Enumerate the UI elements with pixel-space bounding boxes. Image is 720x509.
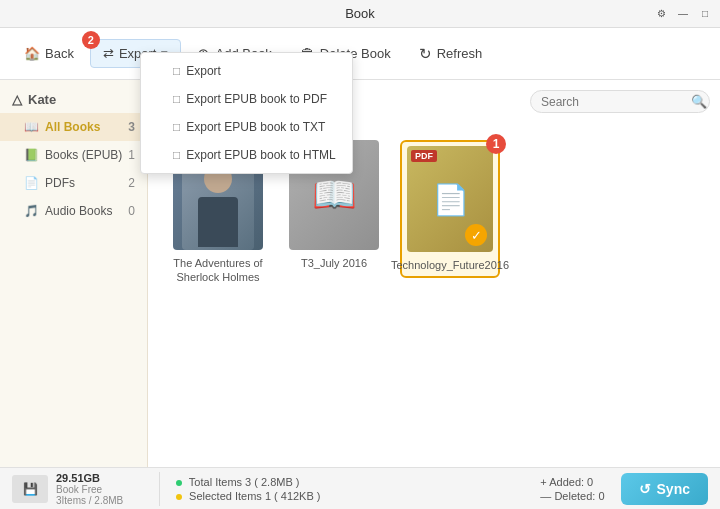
book-item-tech[interactable]: PDF 📄 ✓ Technology_Future2016 [400, 140, 500, 278]
pdf-icon: 📄 [24, 176, 39, 190]
total-items-dot [176, 480, 182, 486]
window-controls[interactable]: ⚙ — □ [654, 7, 712, 21]
export-menu-icon: □ [173, 64, 180, 78]
main-layout: △ Kate 📖 All Books 3 📗 Books (EPUB) 1 📄 … [0, 80, 720, 467]
epub-count: 1 [128, 148, 135, 162]
back-button[interactable]: 🏠 Back [12, 40, 86, 67]
export-menu-item-epub-txt[interactable]: □ Export EPUB book to TXT [141, 113, 352, 141]
export-epub-html-icon: □ [173, 148, 180, 162]
export-badge: 2 [82, 31, 100, 49]
book-item-tech-wrapper: 1 PDF 📄 ✓ Technology_Future2016 [400, 140, 500, 285]
status-disk-info: 💾 29.51GB Book Free 3Items / 2.8MB [12, 472, 160, 506]
audio-count: 0 [128, 204, 135, 218]
all-books-count: 3 [128, 120, 135, 134]
search-input[interactable] [541, 95, 691, 109]
total-items-label: Total Items 3 ( 2.8MB ) [189, 476, 300, 488]
epub-icon: 📗 [24, 148, 39, 162]
deleted-label: — Deleted: 0 [540, 490, 604, 502]
added-label: + Added: 0 [540, 476, 604, 488]
all-books-label: All Books [45, 120, 100, 134]
pdfs-label: PDFs [45, 176, 75, 190]
sync-icon: ↺ [639, 481, 651, 497]
sidebar: △ Kate 📖 All Books 3 📗 Books (EPUB) 1 📄 … [0, 80, 148, 467]
disk-book-size: 3Items / 2.8MB [56, 495, 123, 506]
maximize-icon[interactable]: □ [698, 7, 712, 21]
refresh-icon: ↻ [419, 45, 432, 63]
audio-label: Audio Books [45, 204, 112, 218]
book-title-t3july: T3_July 2016 [301, 256, 367, 270]
book-open-icon-t3july: 📖 [312, 174, 357, 216]
disk-icon: 💾 [12, 475, 48, 503]
window-title: Book [345, 6, 375, 21]
book-title-tech: Technology_Future2016 [391, 258, 509, 272]
search-icon: 🔍 [691, 94, 707, 109]
audio-icon: 🎵 [24, 204, 39, 218]
refresh-button[interactable]: ↻ Refresh [407, 39, 495, 69]
export-menu-item-epub-html[interactable]: □ Export EPUB book to HTML [141, 141, 352, 169]
minimize-icon[interactable]: — [676, 7, 690, 21]
selected-items-dot [176, 494, 182, 500]
sidebar-header: △ Kate [0, 84, 147, 113]
pdfs-count: 2 [128, 176, 135, 190]
export-epub-pdf-icon: □ [173, 92, 180, 106]
sidebar-item-audio[interactable]: 🎵 Audio Books 0 [0, 197, 147, 225]
check-overlay-tech: ✓ [465, 224, 487, 246]
export-menu-item-export[interactable]: □ Export [141, 57, 352, 85]
export-dropdown-menu: □ Export □ Export EPUB book to PDF □ Exp… [140, 52, 353, 174]
export-icon: ⇄ [103, 46, 114, 61]
disk-book-label: Book [56, 484, 79, 495]
search-bar: 🔍 [530, 90, 710, 113]
selection-badge: 1 [486, 134, 506, 154]
status-sync-info: + Added: 0 — Deleted: 0 [540, 476, 620, 502]
export-menu-item-epub-pdf[interactable]: □ Export EPUB book to PDF [141, 85, 352, 113]
export-epub-txt-icon: □ [173, 120, 180, 134]
sidebar-item-pdfs[interactable]: 📄 PDFs 2 [0, 169, 147, 197]
sidebar-user-icon: △ [12, 92, 22, 107]
all-books-icon: 📖 [24, 120, 39, 134]
home-icon: 🏠 [24, 46, 40, 61]
status-bar: 💾 29.51GB Book Free 3Items / 2.8MB Total… [0, 467, 720, 509]
status-items-info: Total Items 3 ( 2.8MB ) Selected Items 1… [160, 476, 540, 502]
sidebar-username: Kate [28, 92, 56, 107]
book-title-sherlock: The Adventures of Sherlock Holmes [168, 256, 268, 285]
pdf-badge-tech: PDF [411, 150, 437, 162]
book-cover-tech: PDF 📄 ✓ [407, 146, 493, 252]
sync-button[interactable]: ↺ Sync [621, 473, 708, 505]
selected-items-label: Selected Items 1 ( 412KB ) [189, 490, 320, 502]
settings-icon[interactable]: ⚙ [654, 7, 668, 21]
disk-free-label: Free [82, 484, 103, 495]
sidebar-item-epub[interactable]: 📗 Books (EPUB) 1 [0, 141, 147, 169]
disk-size-label: 29.51GB [56, 472, 123, 484]
title-bar: Book ⚙ — □ [0, 0, 720, 28]
checkmark-icon: ✓ [471, 228, 482, 243]
sync-label: Sync [657, 481, 690, 497]
sidebar-item-all-books[interactable]: 📖 All Books 3 [0, 113, 147, 141]
toolbar: 🏠 Back 2 ⇄ Export ▾ ⊕ Add Book 🗑 Delete … [0, 28, 720, 80]
epub-label: Books (EPUB) [45, 148, 122, 162]
